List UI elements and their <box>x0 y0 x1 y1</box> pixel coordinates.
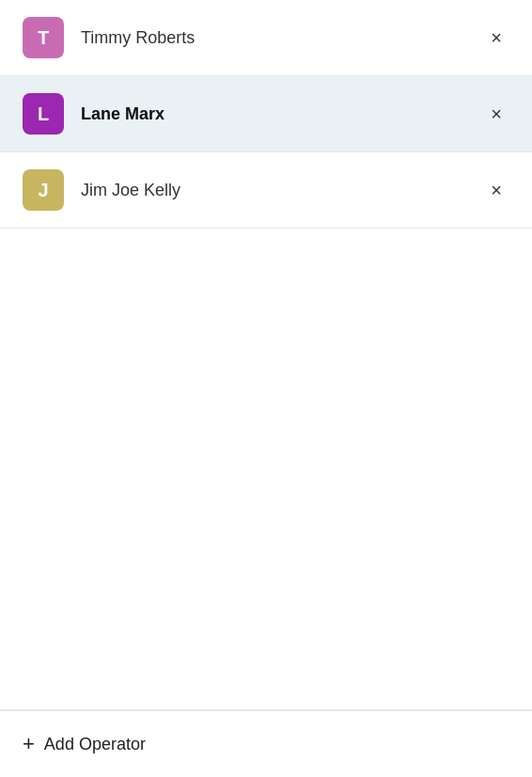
remove-button-jim-joe-kelly[interactable]: × <box>483 177 509 203</box>
add-operator-footer: + Add Operator <box>0 710 532 777</box>
plus-icon: + <box>23 732 35 756</box>
remove-button-timmy-roberts[interactable]: × <box>483 24 509 51</box>
operator-name-jim-joe-kelly: Jim Joe Kelly <box>81 181 483 200</box>
operator-name-timmy-roberts: Timmy Roberts <box>81 28 483 48</box>
avatar-lane-marx: L <box>23 93 64 135</box>
avatar-jim-joe-kelly: J <box>23 169 64 211</box>
list-spacer <box>0 229 532 710</box>
add-operator-button[interactable]: + Add Operator <box>23 732 146 756</box>
operator-name-lane-marx: Lane Marx <box>81 104 483 124</box>
operator-list: TTimmy Roberts×LLane Marx×JJim Joe Kelly… <box>0 0 532 710</box>
operator-item-timmy-roberts: TTimmy Roberts× <box>0 0 532 76</box>
avatar-timmy-roberts: T <box>23 17 64 58</box>
operator-item-jim-joe-kelly: JJim Joe Kelly× <box>0 152 532 229</box>
operator-item-lane-marx: LLane Marx× <box>0 76 532 152</box>
add-operator-label: Add Operator <box>44 735 146 754</box>
remove-button-lane-marx[interactable]: × <box>483 101 509 127</box>
